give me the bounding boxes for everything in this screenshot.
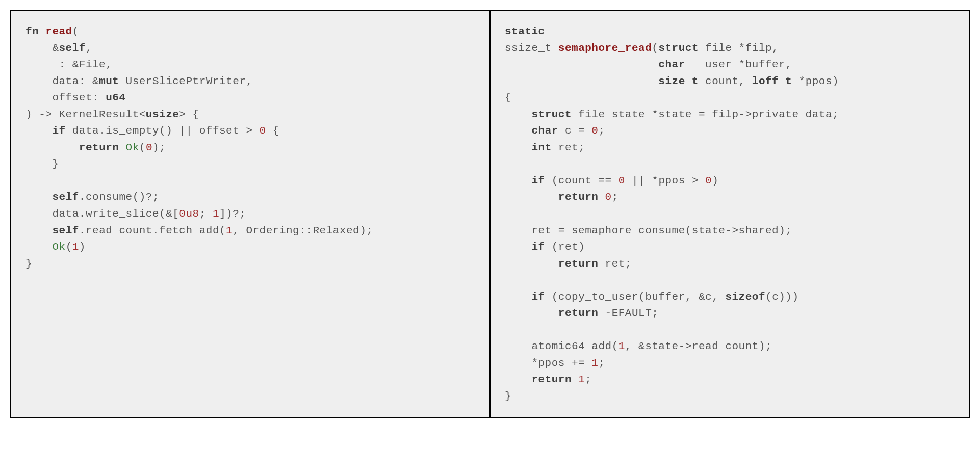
c-c-decl: c = <box>558 125 592 137</box>
c-ret-cond: (ret) <box>545 241 585 253</box>
c-sizeof: sizeof <box>725 291 765 303</box>
rust-self2: self <box>52 191 79 203</box>
c-static: static <box>505 25 545 37</box>
rust-return-type: ) -> KernelResult< <box>25 109 146 120</box>
c-efault: -EFAULT; <box>598 307 658 319</box>
rust-zero2: 0 <box>146 142 152 153</box>
rust-code-block: fn read( &self, _: &File, data: &mut Use… <box>25 23 475 272</box>
c-state-decl: file_state *state = filp->private_data; <box>572 109 839 120</box>
rust-paren4: ( <box>66 241 72 253</box>
rust-condition: data.is_empty() || offset > <box>66 125 260 137</box>
c-ret-decl: ret; <box>552 142 585 153</box>
c-indent5 <box>505 142 531 153</box>
rust-fn-name: read <box>45 25 72 37</box>
rust-ordering: , Ordering::Relaxed); <box>233 225 373 236</box>
c-indent11 <box>505 307 558 319</box>
c-int: int <box>531 142 551 153</box>
rust-indent2 <box>25 142 79 153</box>
c-return: return <box>558 191 599 203</box>
rust-close-brace: } <box>25 158 59 170</box>
rust-paren3: ); <box>152 142 166 153</box>
c-zero4: 0 <box>605 191 612 203</box>
rust-comma: , <box>86 42 92 54</box>
c-indent3 <box>505 109 531 120</box>
c-indent7 <box>505 191 558 203</box>
c-ret-val: ret; <box>598 258 632 270</box>
c-ppos-inc: *ppos += <box>505 357 591 369</box>
rust-ok: Ok <box>126 142 139 153</box>
c-return4: return <box>531 374 572 385</box>
c-fn-name: semaphore_read <box>558 42 652 54</box>
rust-indent3 <box>25 191 52 203</box>
c-one2: 1 <box>591 357 598 369</box>
rust-close-fn: } <box>25 258 32 270</box>
rust-return: return <box>79 142 119 153</box>
rust-if: if <box>52 125 65 137</box>
c-indent12 <box>505 374 531 385</box>
rust-self: self <box>59 42 86 54</box>
c-one3: 1 <box>578 374 585 385</box>
c-code-block: static ssize_t semaphore_read(struct fil… <box>505 23 955 405</box>
c-paren2: ) <box>712 175 718 187</box>
c-atomic-add: atomic64_add( <box>505 340 618 352</box>
rust-ok2: Ok <box>52 241 65 253</box>
c-ssize: ssize_t <box>505 42 558 54</box>
rust-usize: usize <box>146 109 179 120</box>
c-char: char <box>658 59 685 70</box>
c-indent4 <box>505 125 531 137</box>
rust-fn-keyword: fn <box>25 25 45 37</box>
c-semi3: ; <box>598 357 605 369</box>
code-comparison-container: fn read( &self, _: &File, data: &mut Use… <box>10 10 970 418</box>
c-read-count: , &state->read_count); <box>625 340 772 352</box>
rust-bracket: ])?; <box>219 208 246 220</box>
rust-mut: mut <box>99 75 119 87</box>
c-file-param: file *filp, <box>699 42 779 54</box>
c-one: 1 <box>618 340 625 352</box>
rust-one3: 1 <box>72 241 79 253</box>
c-char2: char <box>531 125 558 137</box>
rust-indent5 <box>25 241 52 253</box>
rust-data-param: data: & <box>25 75 99 87</box>
c-count-param: count, <box>699 75 752 87</box>
c-semi4: ; <box>585 374 591 385</box>
c-brace: { <box>505 92 511 103</box>
rust-u64: u64 <box>106 92 125 103</box>
rust-one: 1 <box>213 208 219 220</box>
rust-paren5: ) <box>79 241 86 253</box>
rust-space <box>119 142 125 153</box>
rust-0u8: 0u8 <box>179 208 199 220</box>
c-if2: if <box>531 241 545 253</box>
c-code-pane: static ssize_t semaphore_read(struct fil… <box>491 11 969 417</box>
rust-data-type: UserSlicePtrWriter, <box>119 75 252 87</box>
rust-paren: ( <box>72 25 79 37</box>
c-struct2: struct <box>531 109 572 120</box>
c-loff-t: loff_t <box>752 75 792 87</box>
c-indent2 <box>505 75 658 87</box>
c-consume: ret = semaphore_consume(state->shared); <box>505 225 792 236</box>
c-zero2: 0 <box>618 175 625 187</box>
c-paren: ( <box>652 42 658 54</box>
c-semi: ; <box>598 125 605 137</box>
rust-one2: 1 <box>226 225 233 236</box>
c-close-fn: } <box>505 390 511 402</box>
rust-brace2: { <box>266 125 279 137</box>
rust-semi: ; <box>199 208 213 220</box>
c-if: if <box>531 175 545 187</box>
c-return3: return <box>558 307 599 319</box>
c-indent6 <box>505 175 531 187</box>
c-buffer-param: __user *buffer, <box>685 59 792 70</box>
c-space2 <box>572 374 578 385</box>
rust-indent4 <box>25 225 52 236</box>
rust-zero: 0 <box>260 125 266 137</box>
rust-indent <box>25 125 52 137</box>
c-semi2: ; <box>612 191 618 203</box>
rust-paren2: ( <box>139 142 146 153</box>
rust-file-param: _: &File, <box>25 59 112 70</box>
rust-self3: self <box>52 225 79 236</box>
c-return2: return <box>558 258 599 270</box>
c-indent9 <box>505 258 558 270</box>
c-if3: if <box>531 291 545 303</box>
rust-self-amp: & <box>25 42 59 54</box>
rust-offset-param: offset: <box>25 92 106 103</box>
rust-consume: .consume()?; <box>79 191 159 203</box>
